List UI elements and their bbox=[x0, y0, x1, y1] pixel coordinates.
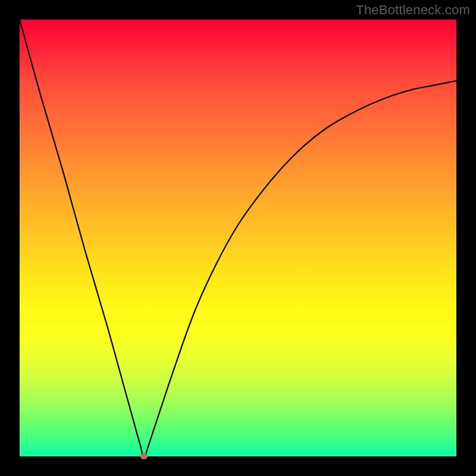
optimal-point-marker bbox=[140, 453, 148, 459]
bottleneck-curve bbox=[20, 20, 456, 456]
watermark-text: TheBottleneck.com bbox=[356, 2, 470, 18]
chart-frame: TheBottleneck.com bbox=[0, 0, 476, 476]
